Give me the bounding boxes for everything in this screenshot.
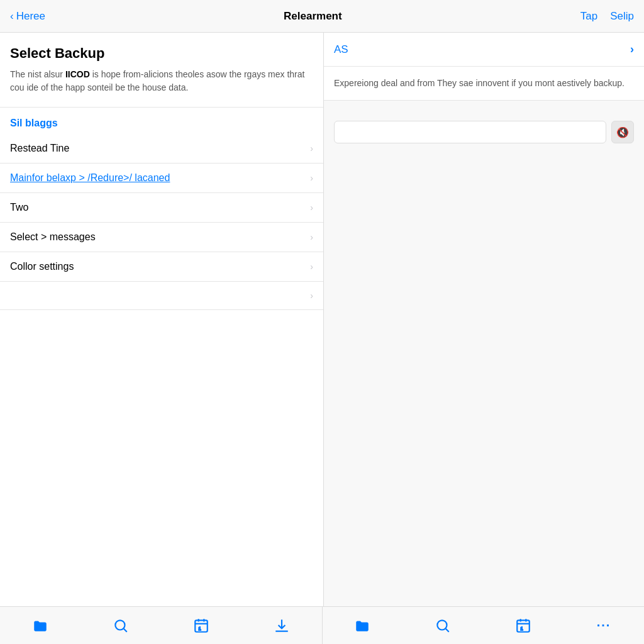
svg-rect-2 [195, 620, 208, 631]
menu-item-restead[interactable]: Restead Tine › [0, 134, 323, 164]
menu-item-label-collor: Collor settings [10, 261, 74, 272]
tab-download[interactable] [267, 611, 297, 641]
as-label: AS [334, 43, 348, 56]
svg-line-1 [123, 628, 126, 631]
tab-more[interactable]: ··· [589, 611, 619, 641]
right-chevron-icon: › [630, 43, 634, 56]
menu-list: Restead Tine › Mainfor belaxp > /Redure>… [0, 134, 323, 310]
left-top-section: Select Backup The nist alsur IICOD is ho… [0, 33, 323, 108]
menu-item-collor[interactable]: Collor settings › [0, 252, 323, 282]
tab-search-left[interactable] [106, 611, 136, 641]
chevron-icon-mainfor: › [310, 173, 313, 183]
back-label: Heree [16, 10, 45, 23]
search-icon-right [435, 618, 451, 634]
download-icon [274, 618, 290, 634]
svg-point-9 [438, 620, 447, 630]
select-backup-title: Select Backup [10, 45, 313, 62]
folder-filled-icon-right [354, 618, 370, 634]
folder-filled-icon [32, 618, 48, 634]
right-top-row[interactable]: AS › [324, 33, 644, 67]
left-panel: Select Backup The nist alsur IICOD is ho… [0, 33, 324, 606]
selip-button[interactable]: Selip [610, 10, 634, 23]
tab-bar-right: 1 ··· [323, 607, 645, 644]
chevron-icon-two: › [310, 203, 313, 213]
tab-calendar-left[interactable]: 1 [186, 611, 216, 641]
calendar-icon-left: 1 [193, 618, 209, 634]
speaker-icon: 🔇 [616, 126, 629, 138]
chevron-icon-empty: › [310, 291, 313, 301]
tab-bar: 1 [0, 606, 644, 644]
tab-folder-right[interactable] [347, 611, 377, 641]
right-input-row: 🔇 [324, 113, 644, 151]
menu-item-mainfor[interactable]: Mainfor belaxp > /Redure>/ lacaned › [0, 164, 323, 193]
menu-item-empty[interactable]: › [0, 282, 323, 310]
more-dots-icon: ··· [597, 618, 611, 633]
svg-point-0 [115, 620, 125, 630]
back-chevron-icon: ‹ [10, 10, 14, 23]
select-backup-desc: The nist alsur IICOD is hope from-alicio… [10, 68, 313, 94]
main-content: Select Backup The nist alsur IICOD is ho… [0, 33, 644, 606]
svg-text:1: 1 [198, 626, 201, 630]
svg-text:1: 1 [521, 626, 523, 630]
tap-button[interactable]: Tap [580, 10, 597, 23]
menu-item-select-messages[interactable]: Select > messages › [0, 223, 323, 252]
right-panel: AS › Expereiong deal and from They sae i… [324, 33, 644, 606]
right-search-input[interactable] [334, 121, 606, 143]
tab-calendar-right[interactable]: 1 [508, 611, 538, 641]
svg-rect-11 [517, 620, 530, 631]
desc-part1: The nist alsur [10, 69, 65, 79]
tab-folder-left[interactable] [25, 611, 55, 641]
menu-item-two[interactable]: Two › [0, 193, 323, 223]
calendar-icon-right: 1 [515, 618, 531, 634]
nav-title: Relearment [284, 10, 342, 23]
speaker-button[interactable]: 🔇 [611, 121, 634, 143]
menu-item-label-mainfor: Mainfor belaxp > /Redure>/ lacaned [10, 172, 170, 184]
menu-item-label-restead: Restead Tine [10, 143, 69, 154]
sil-blaggs-section: Sil blaggs [0, 108, 323, 134]
menu-item-label-select-messages: Select > messages [10, 231, 96, 243]
chevron-icon-select-messages: › [310, 232, 313, 242]
sil-blaggs-label: Sil blaggs [10, 118, 58, 128]
back-button[interactable]: ‹ Heree [10, 10, 45, 23]
svg-line-10 [446, 628, 449, 631]
chevron-icon-collor: › [310, 262, 313, 272]
menu-item-label-two: Two [10, 202, 28, 213]
nav-bar: ‹ Heree Relearment Tap Selip [0, 0, 644, 33]
nav-right-buttons: Tap Selip [580, 10, 634, 23]
search-icon-left [113, 618, 129, 634]
right-desc: Expereiong deal and from They sae innove… [324, 67, 644, 101]
tab-bar-left: 1 [0, 607, 322, 644]
chevron-icon-restead: › [310, 143, 313, 153]
desc-bold: IICOD [65, 69, 90, 79]
tab-search-right[interactable] [428, 611, 458, 641]
